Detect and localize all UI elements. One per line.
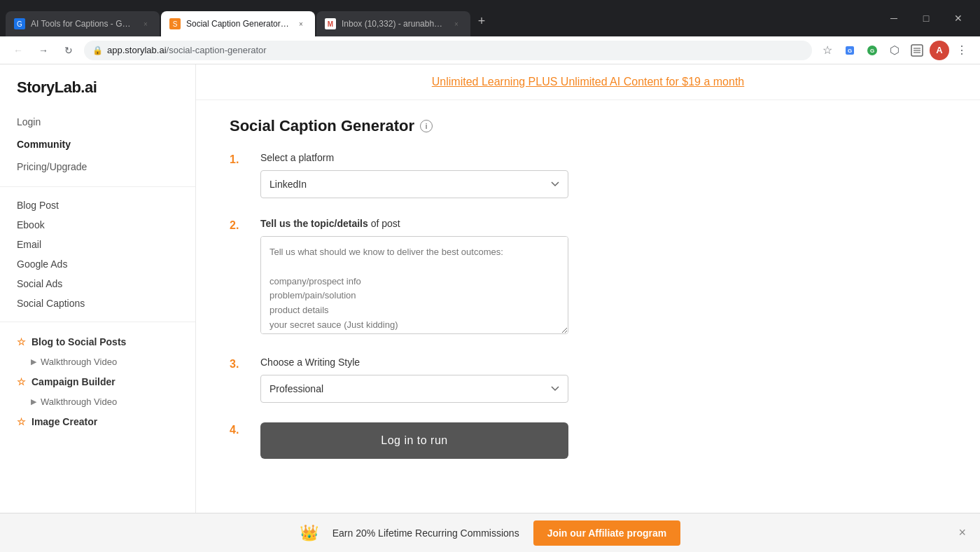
sidebar-blog-social-video-label: Walkthrough Video	[41, 357, 117, 367]
affiliate-close-button[interactable]: ×	[958, 525, 966, 540]
sidebar-social-captions[interactable]: Social Captions	[0, 294, 195, 313]
step-2-label-suffix: of post	[368, 218, 400, 229]
sidebar-blog-post[interactable]: Blog Post	[0, 195, 195, 215]
sidebar-ebook[interactable]: Ebook	[0, 215, 195, 235]
topic-textarea[interactable]	[260, 236, 568, 334]
new-tab-button[interactable]: +	[472, 11, 491, 31]
step-3-label: Choose a Writing Style	[260, 357, 792, 368]
sidebar-pricing[interactable]: Pricing/Upgrade	[0, 156, 195, 178]
sidebar-image-creator-label: Image Creator	[31, 416, 97, 427]
step-3-content: Choose a Writing Style Professional Casu…	[260, 357, 792, 403]
info-icon[interactable]: i	[420, 120, 433, 132]
forward-button[interactable]: →	[34, 41, 53, 60]
browser-tab-1[interactable]: G AI Tools for Captions - Google ×	[6, 11, 160, 36]
sidebar-campaign-label: Campaign Builder	[31, 376, 115, 387]
profile-menu-icon[interactable]	[907, 41, 927, 60]
sidebar-community[interactable]: Community	[0, 133, 195, 156]
lock-icon: 🔒	[92, 46, 103, 55]
browser-chrome: G AI Tools for Captions - Google × S Soc…	[0, 0, 980, 36]
chrome-menu-icon[interactable]: ⋮	[952, 41, 972, 60]
tab1-title: AI Tools for Captions - Google	[31, 19, 134, 29]
step-2: 2. Tell us the topic/details of post	[230, 218, 792, 337]
sidebar-campaign-builder[interactable]: ☆ Campaign Builder	[0, 371, 195, 393]
step-number-1: 1.	[230, 152, 246, 166]
sidebar-google-ads[interactable]: Google Ads	[0, 254, 195, 274]
affiliate-commission-text: Earn 20% Lifetime Recurring Commissions	[332, 527, 519, 539]
login-to-run-button[interactable]: Log in to run	[260, 422, 568, 459]
sidebar-divider-1	[0, 186, 195, 187]
user-avatar[interactable]: A	[930, 41, 949, 60]
sidebar-social-ads[interactable]: Social Ads	[0, 274, 195, 294]
app-layout: StoryLab.ai Login Community Pricing/Upgr…	[0, 64, 980, 552]
sidebar-campaign-video-label: Walkthrough Video	[41, 396, 117, 407]
tab3-favicon: M	[325, 18, 336, 29]
sidebar-blog-social-label: Blog to Social Posts	[31, 336, 126, 347]
crown-icon: 👑	[300, 524, 318, 542]
tab1-favicon: G	[14, 18, 25, 29]
star-icon-1: ☆	[17, 336, 26, 347]
sidebar-divider-2	[0, 322, 195, 322]
tab2-title: Social Caption Generator | Stor	[186, 19, 290, 29]
ext2-icon[interactable]: G	[862, 41, 882, 60]
address-bar[interactable]: 🔒 app.storylab.ai/social-caption-generat…	[84, 41, 812, 60]
star-icon-2: ☆	[17, 376, 26, 387]
address-domain: app.storylab.ai	[107, 45, 167, 55]
step-4-content: Log in to run	[260, 422, 792, 459]
sidebar-image-creator[interactable]: ☆ Image Creator	[0, 410, 195, 433]
reload-button[interactable]: ↻	[59, 41, 78, 60]
step-number-3: 3.	[230, 357, 246, 371]
step-2-content: Tell us the topic/details of post	[260, 218, 792, 337]
step-1-label: Select a platform	[260, 152, 792, 163]
sidebar-blog-social[interactable]: ☆ Blog to Social Posts	[0, 331, 195, 353]
platform-select[interactable]: LinkedIn Instagram Facebook Twitter TikT…	[260, 170, 568, 198]
tab2-favicon: S	[169, 18, 181, 29]
back-button[interactable]: ←	[8, 41, 28, 60]
step-number-4: 4.	[230, 422, 246, 436]
browser-tabs: G AI Tools for Captions - Google × S Soc…	[6, 0, 872, 36]
sidebar: StoryLab.ai Login Community Pricing/Upgr…	[0, 64, 196, 552]
sidebar-campaign-video[interactable]: ▶ Walkthrough Video	[0, 393, 195, 410]
video-icon-2: ▶	[31, 397, 36, 406]
sidebar-blog-social-video[interactable]: ▶ Walkthrough Video	[0, 353, 195, 371]
step-1: 1. Select a platform LinkedIn Instagram …	[230, 152, 792, 198]
maximize-button[interactable]: □	[910, 7, 942, 29]
ext1-icon[interactable]: G	[840, 41, 860, 60]
promo-banner: Unlimited Learning PLUS Unlimited AI Con…	[196, 64, 980, 100]
step-2-label-bold: Tell us the topic/details	[260, 218, 368, 229]
tab1-close[interactable]: ×	[140, 18, 151, 29]
step-4: 4. Log in to run	[230, 422, 792, 459]
sidebar-login[interactable]: Login	[0, 111, 195, 133]
minimize-button[interactable]: ─	[878, 7, 910, 29]
svg-text:G: G	[848, 48, 852, 54]
bookmark-icon[interactable]: ☆	[818, 41, 837, 60]
svg-text:G: G	[870, 48, 874, 54]
step-1-content: Select a platform LinkedIn Instagram Fac…	[260, 152, 792, 198]
address-path: /social-caption-generator	[167, 45, 267, 55]
browser-tab-3[interactable]: M Inbox (10,332) - arunabh348@... ×	[316, 11, 470, 36]
step-2-label: Tell us the topic/details of post	[260, 218, 792, 229]
promo-link[interactable]: Unlimited Learning PLUS Unlimited AI Con…	[432, 76, 744, 88]
tab3-close[interactable]: ×	[451, 18, 462, 29]
page-title-row: Social Caption Generator i	[230, 117, 792, 135]
step-3: 3. Choose a Writing Style Professional C…	[230, 357, 792, 403]
writing-style-select[interactable]: Professional Casual Humorous Inspiration…	[260, 375, 568, 403]
affiliate-bar: 👑 Earn 20% Lifetime Recurring Commission…	[0, 513, 980, 552]
sidebar-email[interactable]: Email	[0, 235, 195, 254]
extensions-icon[interactable]: ⬡	[885, 41, 904, 60]
window-controls: ─ □ ✕	[878, 7, 974, 29]
close-button[interactable]: ✕	[942, 7, 974, 29]
step-number-2: 2.	[230, 218, 246, 232]
video-icon-1: ▶	[31, 357, 36, 366]
page-title: Social Caption Generator	[230, 117, 414, 135]
main-content: Unlimited Learning PLUS Unlimited AI Con…	[196, 64, 980, 552]
address-text: app.storylab.ai/social-caption-generator	[107, 45, 267, 55]
sidebar-logo: StoryLab.ai	[0, 78, 195, 111]
affiliate-button[interactable]: Join our Affiliate program	[533, 520, 681, 546]
toolbar-icons: ☆ G G ⬡ A ⋮	[818, 41, 972, 60]
tab3-title: Inbox (10,332) - arunabh348@...	[342, 19, 445, 29]
address-bar-row: ← → ↻ 🔒 app.storylab.ai/social-caption-g…	[0, 36, 980, 64]
star-icon-3: ☆	[17, 416, 26, 427]
content-area: Social Caption Generator i 1. Select a p…	[196, 100, 826, 520]
tab2-close[interactable]: ×	[295, 18, 307, 29]
browser-tab-2[interactable]: S Social Caption Generator | Stor ×	[161, 11, 315, 36]
